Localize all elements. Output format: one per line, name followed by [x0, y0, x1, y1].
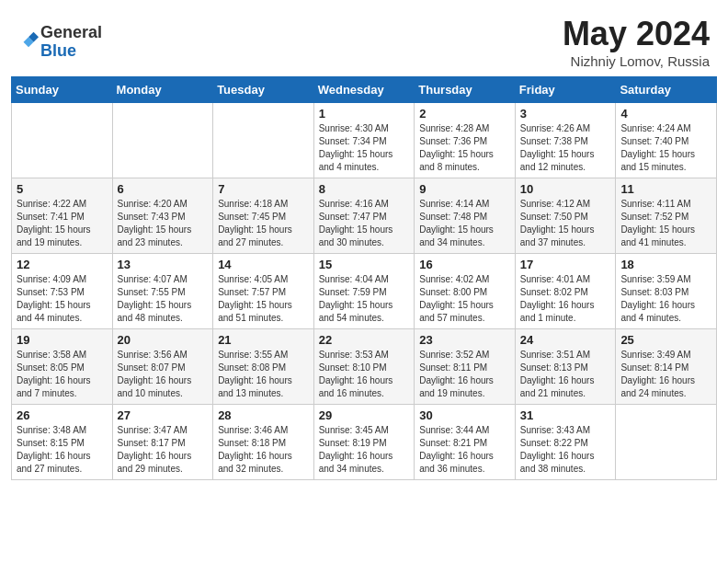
day-info: Sunrise: 3:59 AM Sunset: 8:03 PM Dayligh… — [620, 273, 711, 325]
day-info: Sunrise: 4:02 AM Sunset: 8:00 PM Dayligh… — [419, 273, 510, 325]
day-info: Sunrise: 4:24 AM Sunset: 7:40 PM Dayligh… — [620, 122, 711, 174]
day-cell: 11Sunrise: 4:11 AM Sunset: 7:52 PM Dayli… — [616, 178, 717, 254]
day-cell: 23Sunrise: 3:52 AM Sunset: 8:11 PM Dayli… — [415, 329, 516, 405]
day-cell: 14Sunrise: 4:05 AM Sunset: 7:57 PM Dayli… — [213, 254, 314, 329]
day-info: Sunrise: 3:52 AM Sunset: 8:11 PM Dayligh… — [419, 349, 510, 400]
day-cell: 12Sunrise: 4:09 AM Sunset: 7:53 PM Dayli… — [12, 254, 113, 329]
day-cell: 3Sunrise: 4:26 AM Sunset: 7:38 PM Daylig… — [515, 103, 616, 178]
day-number: 6 — [118, 182, 209, 196]
week-row-2: 5Sunrise: 4:22 AM Sunset: 7:41 PM Daylig… — [12, 178, 717, 254]
day-info: Sunrise: 4:05 AM Sunset: 7:57 PM Dayligh… — [218, 273, 309, 325]
day-number: 7 — [218, 182, 309, 196]
day-number: 27 — [118, 408, 209, 422]
header-row: SundayMondayTuesdayWednesdayThursdayFrid… — [12, 77, 717, 103]
day-number: 19 — [17, 333, 108, 347]
day-info: Sunrise: 4:22 AM Sunset: 7:41 PM Dayligh… — [17, 198, 108, 249]
day-number: 25 — [620, 333, 711, 347]
calendar-wrap: SundayMondayTuesdayWednesdayThursdayFrid… — [0, 76, 728, 491]
day-info: Sunrise: 3:48 AM Sunset: 8:15 PM Dayligh… — [17, 424, 108, 476]
logo-blue: Blue — [40, 41, 76, 60]
day-info: Sunrise: 3:45 AM Sunset: 8:19 PM Dayligh… — [319, 424, 410, 476]
page-header: General Blue May 2024 Nizhniy Lomov, Rus… — [0, 0, 728, 76]
day-number: 5 — [17, 182, 108, 196]
day-cell: 8Sunrise: 4:16 AM Sunset: 7:47 PM Daylig… — [313, 178, 415, 254]
day-cell: 20Sunrise: 3:56 AM Sunset: 8:07 PM Dayli… — [112, 329, 213, 405]
day-number: 20 — [118, 333, 209, 347]
day-cell: 5Sunrise: 4:22 AM Sunset: 7:41 PM Daylig… — [12, 178, 113, 254]
day-info: Sunrise: 3:44 AM Sunset: 8:21 PM Dayligh… — [419, 424, 510, 476]
day-number: 18 — [620, 258, 711, 271]
day-cell: 24Sunrise: 3:51 AM Sunset: 8:13 PM Dayli… — [515, 329, 616, 405]
calendar-body: 1Sunrise: 4:30 AM Sunset: 7:34 PM Daylig… — [12, 103, 717, 480]
day-number: 2 — [419, 107, 510, 121]
col-header-wednesday: Wednesday — [313, 77, 415, 103]
location-subtitle: Nizhniy Lomov, Russia — [563, 53, 710, 69]
day-info: Sunrise: 4:09 AM Sunset: 7:53 PM Dayligh… — [17, 273, 108, 325]
day-cell: 30Sunrise: 3:44 AM Sunset: 8:21 PM Dayli… — [415, 405, 516, 480]
day-cell: 27Sunrise: 3:47 AM Sunset: 8:17 PM Dayli… — [112, 405, 213, 480]
day-number: 11 — [620, 182, 711, 196]
day-cell: 28Sunrise: 3:46 AM Sunset: 8:18 PM Dayli… — [213, 405, 314, 480]
day-cell — [213, 103, 314, 178]
logo: General Blue — [18, 24, 102, 61]
day-cell: 4Sunrise: 4:24 AM Sunset: 7:40 PM Daylig… — [616, 103, 717, 178]
day-info: Sunrise: 4:01 AM Sunset: 8:02 PM Dayligh… — [520, 273, 611, 325]
day-number: 22 — [319, 333, 410, 347]
day-number: 13 — [118, 258, 209, 271]
col-header-tuesday: Tuesday — [213, 77, 314, 103]
day-number: 15 — [319, 258, 410, 271]
day-number: 29 — [319, 408, 410, 422]
day-info: Sunrise: 3:47 AM Sunset: 8:17 PM Dayligh… — [118, 424, 209, 476]
day-number: 21 — [218, 333, 309, 347]
day-number: 16 — [419, 258, 510, 271]
col-header-monday: Monday — [112, 77, 213, 103]
day-info: Sunrise: 4:28 AM Sunset: 7:36 PM Dayligh… — [419, 122, 510, 174]
day-info: Sunrise: 3:51 AM Sunset: 8:13 PM Dayligh… — [520, 349, 611, 400]
day-number: 28 — [218, 408, 309, 422]
calendar-header: SundayMondayTuesdayWednesdayThursdayFrid… — [12, 77, 717, 103]
day-cell: 29Sunrise: 3:45 AM Sunset: 8:19 PM Dayli… — [313, 405, 415, 480]
day-info: Sunrise: 3:43 AM Sunset: 8:22 PM Dayligh… — [520, 424, 611, 476]
day-cell — [112, 103, 213, 178]
col-header-friday: Friday — [515, 77, 616, 103]
day-number: 8 — [319, 182, 410, 196]
day-info: Sunrise: 4:14 AM Sunset: 7:48 PM Dayligh… — [419, 198, 510, 249]
title-block: May 2024 Nizhniy Lomov, Russia — [563, 15, 710, 69]
logo-general: General — [40, 23, 102, 41]
day-info: Sunrise: 4:26 AM Sunset: 7:38 PM Dayligh… — [520, 122, 611, 174]
day-info: Sunrise: 4:20 AM Sunset: 7:43 PM Dayligh… — [118, 198, 209, 249]
day-cell: 17Sunrise: 4:01 AM Sunset: 8:02 PM Dayli… — [515, 254, 616, 329]
day-cell: 2Sunrise: 4:28 AM Sunset: 7:36 PM Daylig… — [415, 103, 516, 178]
day-cell: 26Sunrise: 3:48 AM Sunset: 8:15 PM Dayli… — [12, 405, 113, 480]
week-row-3: 12Sunrise: 4:09 AM Sunset: 7:53 PM Dayli… — [12, 254, 717, 329]
day-number: 31 — [520, 408, 611, 422]
day-cell: 18Sunrise: 3:59 AM Sunset: 8:03 PM Dayli… — [616, 254, 717, 329]
day-info: Sunrise: 3:55 AM Sunset: 8:08 PM Dayligh… — [218, 349, 309, 400]
day-info: Sunrise: 3:49 AM Sunset: 8:14 PM Dayligh… — [620, 349, 711, 400]
logo-icon — [18, 29, 39, 49]
logo-text: General Blue — [40, 24, 102, 61]
day-number: 23 — [419, 333, 510, 347]
day-cell: 16Sunrise: 4:02 AM Sunset: 8:00 PM Dayli… — [415, 254, 516, 329]
day-cell: 10Sunrise: 4:12 AM Sunset: 7:50 PM Dayli… — [515, 178, 616, 254]
week-row-5: 26Sunrise: 3:48 AM Sunset: 8:15 PM Dayli… — [12, 405, 717, 480]
day-info: Sunrise: 3:56 AM Sunset: 8:07 PM Dayligh… — [118, 349, 209, 400]
col-header-thursday: Thursday — [415, 77, 516, 103]
day-cell — [616, 405, 717, 480]
day-number: 14 — [218, 258, 309, 271]
day-info: Sunrise: 3:46 AM Sunset: 8:18 PM Dayligh… — [218, 424, 309, 476]
day-info: Sunrise: 4:04 AM Sunset: 7:59 PM Dayligh… — [319, 273, 410, 325]
day-number: 4 — [620, 107, 711, 121]
day-number: 9 — [419, 182, 510, 196]
day-number: 26 — [17, 408, 108, 422]
day-info: Sunrise: 3:58 AM Sunset: 8:05 PM Dayligh… — [17, 349, 108, 400]
calendar-table: SundayMondayTuesdayWednesdayThursdayFrid… — [11, 76, 717, 480]
day-cell: 19Sunrise: 3:58 AM Sunset: 8:05 PM Dayli… — [12, 329, 113, 405]
day-cell: 1Sunrise: 4:30 AM Sunset: 7:34 PM Daylig… — [313, 103, 415, 178]
day-cell: 22Sunrise: 3:53 AM Sunset: 8:10 PM Dayli… — [313, 329, 415, 405]
day-cell: 15Sunrise: 4:04 AM Sunset: 7:59 PM Dayli… — [313, 254, 415, 329]
month-title: May 2024 — [563, 15, 710, 53]
day-number: 10 — [520, 182, 611, 196]
day-cell: 21Sunrise: 3:55 AM Sunset: 8:08 PM Dayli… — [213, 329, 314, 405]
day-info: Sunrise: 4:16 AM Sunset: 7:47 PM Dayligh… — [319, 198, 410, 249]
